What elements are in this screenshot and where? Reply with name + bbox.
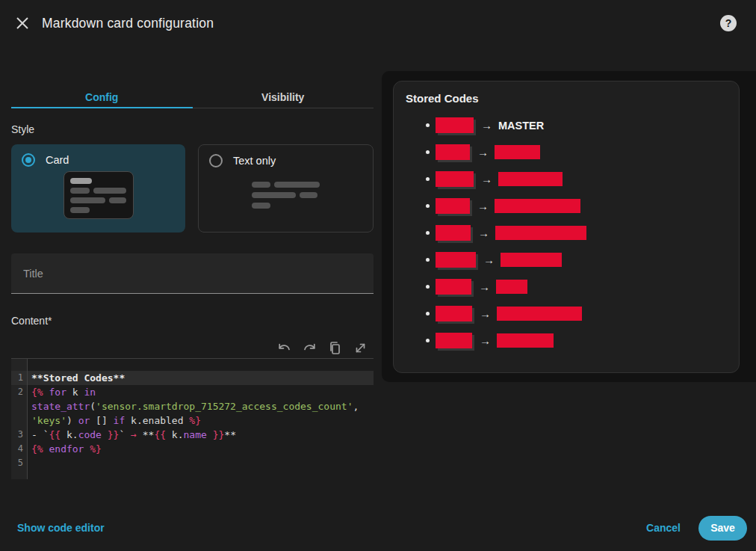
stored-code-row: → [436, 171, 727, 187]
code-redaction [436, 171, 474, 187]
code-redaction [436, 252, 476, 268]
radio-selected-icon[interactable] [22, 153, 35, 167]
style-option-text-only-label: Text only [233, 155, 276, 167]
copy-icon[interactable] [328, 341, 342, 355]
stored-codes-list: →MASTER→→→→→→→→ [406, 117, 727, 348]
arrow-icon: → [481, 119, 492, 132]
title-field[interactable] [11, 253, 374, 294]
style-options: Card Text only [11, 144, 374, 233]
markdown-preview-card: Stored Codes →MASTER→→→→→→→→ [393, 81, 740, 373]
dialog-footer: Show code editor Cancel Save [0, 514, 756, 541]
name-redaction [495, 199, 580, 213]
expand-icon[interactable] [353, 341, 368, 355]
title-input[interactable] [23, 268, 362, 280]
tab-bar: Config Visibility [11, 81, 374, 108]
style-option-card-label: Card [46, 154, 69, 166]
arrow-icon: → [479, 280, 490, 293]
code-redaction [436, 333, 472, 348]
stored-code-row: → [436, 279, 727, 295]
code-redaction [436, 198, 470, 214]
cancel-button[interactable]: Cancel [646, 522, 681, 534]
markdown-card-config-dialog: { "header": { "title": "Markdown card co… [0, 0, 756, 551]
dialog-header: Markdown card configuration ? [0, 0, 756, 46]
arrow-icon: → [480, 307, 491, 320]
style-section-label: Style [11, 123, 374, 135]
redo-icon[interactable] [303, 341, 317, 355]
code-line: 2{% for k in state_attr('sensor.smartdro… [11, 385, 374, 428]
arrow-icon: → [483, 253, 495, 266]
code-line: 1**Stored Codes** [11, 371, 374, 385]
text-only-illustration [209, 167, 362, 223]
name-redaction [498, 172, 563, 186]
name-redaction [496, 280, 527, 294]
code-redaction [436, 279, 471, 295]
name-redaction [495, 226, 586, 240]
content-label: Content* [11, 315, 374, 327]
name-redaction [501, 253, 562, 267]
help-icon[interactable]: ? [720, 15, 737, 31]
content-code-editor[interactable]: 1**Stored Codes**2{% for k in state_attr… [11, 358, 374, 479]
code-line: 4{% endfor %} [11, 442, 374, 456]
close-icon[interactable] [16, 16, 29, 30]
undo-icon[interactable] [277, 341, 291, 355]
stored-code-row: → [436, 252, 727, 268]
name-redaction [497, 333, 554, 348]
name-redaction [495, 145, 540, 159]
card-skeleton [63, 171, 134, 219]
preview-card-title: Stored Codes [406, 92, 727, 105]
stored-code-row: → [436, 144, 727, 160]
arrow-icon: → [480, 334, 491, 347]
editor-toolbar [11, 337, 374, 358]
stored-code-row: → [436, 225, 727, 241]
radio-unselected-icon[interactable] [209, 154, 223, 167]
content-editor: 1**Stored Codes**2{% for k in state_attr… [11, 337, 374, 479]
code-redaction [436, 225, 471, 241]
arrow-icon: → [478, 227, 489, 239]
editor-gutter [11, 470, 28, 479]
line-number: 3 [11, 428, 28, 442]
line-number: 4 [11, 442, 28, 456]
code-name: MASTER [498, 120, 544, 132]
line-number: 1 [11, 371, 28, 385]
save-button[interactable]: Save [698, 516, 747, 541]
line-number: 5 [11, 456, 28, 470]
editor-gutter [11, 359, 28, 371]
show-code-editor-button[interactable]: Show code editor [17, 522, 105, 534]
code-redaction [436, 306, 472, 321]
tab-visibility[interactable]: Visibility [193, 81, 374, 108]
arrow-icon: → [477, 146, 489, 158]
code-redaction [436, 117, 474, 133]
stored-code-row: → [436, 306, 727, 321]
line-number: 2 [11, 385, 28, 428]
code-line: 3- `{{ k.code }}` → **{{ k.name }}** [11, 428, 374, 442]
card-style-illustration [22, 167, 175, 224]
code-redaction [436, 144, 470, 160]
stored-code-row: →MASTER [436, 117, 727, 133]
config-column: Config Visibility Style Card Text only [11, 81, 374, 479]
style-option-text-only[interactable]: Text only [198, 144, 374, 233]
name-redaction [497, 307, 582, 321]
code-line: 5 [11, 456, 374, 470]
style-option-card[interactable]: Card [11, 144, 185, 233]
stored-code-row: → [436, 198, 727, 214]
arrow-icon: → [477, 200, 489, 212]
arrow-icon: → [481, 173, 492, 185]
preview-panel: Stored Codes →MASTER→→→→→→→→ [382, 71, 756, 382]
tab-config[interactable]: Config [11, 81, 193, 108]
dialog-title: Markdown card configuration [42, 16, 214, 31]
stored-code-row: → [436, 333, 727, 348]
text-skeleton [252, 182, 320, 209]
